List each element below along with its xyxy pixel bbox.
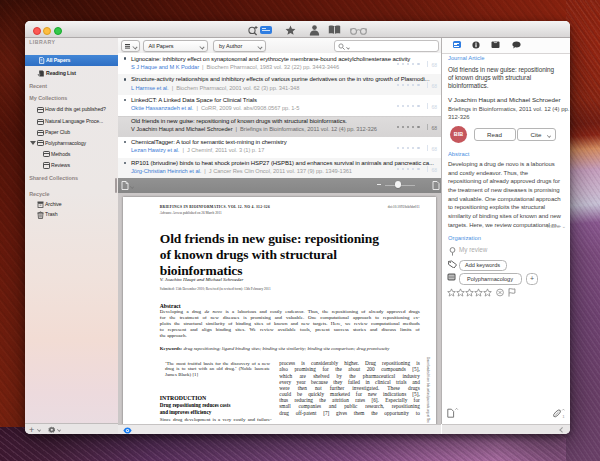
svg-text:1: 1 xyxy=(563,415,565,419)
